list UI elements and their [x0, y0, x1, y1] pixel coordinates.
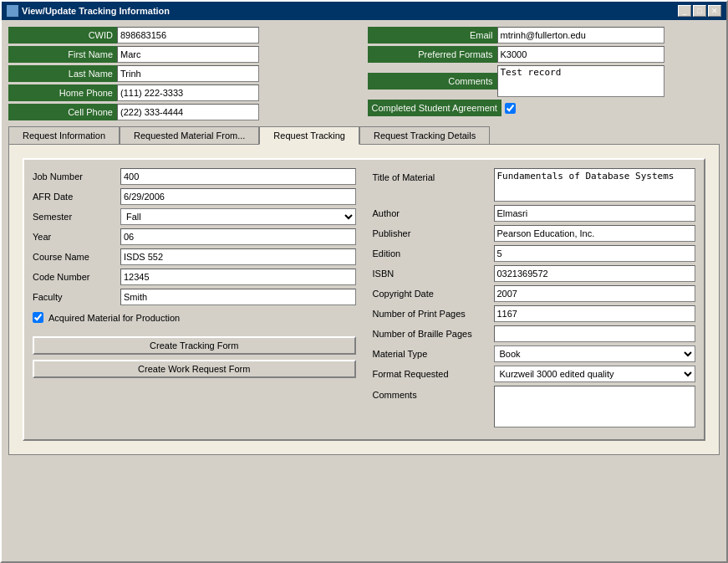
acquired-checkbox[interactable]: [33, 312, 43, 323]
print-pages-label: Number of Print Pages: [373, 305, 494, 322]
title-material-input[interactable]: Fundamentals of Database Systems: [494, 168, 696, 202]
isbn-input[interactable]: [494, 265, 696, 282]
comments-label: Comments: [368, 73, 497, 90]
minimize-button[interactable]: _: [678, 5, 691, 17]
edition-input[interactable]: [494, 245, 696, 262]
title-material-row: Title of Material Fundamentals of Databa…: [373, 168, 696, 202]
semester-label: Semester: [33, 208, 120, 225]
tab-request-tracking[interactable]: Request Tracking: [259, 126, 359, 145]
homephone-row: Home Phone: [8, 84, 361, 101]
author-label: Author: [373, 205, 494, 222]
course-name-label: Course Name: [33, 248, 120, 265]
inner-grid: Job Number AFR Date Semester Fall: [33, 168, 695, 431]
faculty-row: Faculty: [33, 289, 356, 305]
braille-pages-row: Number of Braille Pages: [373, 325, 696, 342]
faculty-input[interactable]: [120, 289, 356, 305]
copyright-date-row: Copyright Date: [373, 285, 696, 302]
year-input[interactable]: [120, 228, 356, 245]
maximize-button[interactable]: □: [693, 5, 706, 17]
inner-form-box: Job Number AFR Date Semester Fall: [23, 158, 705, 441]
email-label: Email: [368, 27, 497, 44]
homephone-label: Home Phone: [8, 84, 117, 101]
author-row: Author: [373, 205, 696, 222]
publisher-label: Publisher: [373, 225, 494, 242]
inner-comments-row: Comments: [373, 386, 696, 427]
format-requested-row: Format Requested Kurzweil 3000 edited qu…: [373, 366, 696, 382]
completed-row: Completed Student Agreement: [368, 100, 720, 116]
copyright-date-label: Copyright Date: [373, 285, 494, 302]
material-type-select[interactable]: Book Article Other: [494, 345, 696, 362]
acquired-row: Acquired Material for Production: [33, 312, 356, 323]
format-requested-label: Format Requested: [373, 366, 494, 382]
publisher-input[interactable]: [494, 225, 696, 242]
right-form-column: Title of Material Fundamentals of Databa…: [373, 168, 696, 431]
braille-pages-label: Number of Braille Pages: [373, 325, 494, 342]
main-window: View/Update Tracking Information _ □ ✕ C…: [0, 0, 728, 563]
create-work-request-button[interactable]: Create Work Request Form: [33, 360, 356, 378]
lastname-input[interactable]: [117, 65, 259, 82]
faculty-label: Faculty: [33, 289, 120, 305]
publisher-row: Publisher: [373, 225, 696, 242]
email-input[interactable]: [497, 27, 664, 44]
preferred-row: Preferred Formats: [368, 46, 720, 63]
tab-request-info[interactable]: Request Information: [8, 126, 120, 145]
braille-pages-input[interactable]: [494, 325, 696, 342]
completed-checkbox[interactable]: [505, 103, 516, 114]
cellphone-input[interactable]: [117, 104, 259, 120]
copyright-date-input[interactable]: [494, 285, 696, 302]
code-number-row: Code Number: [33, 269, 356, 285]
author-input[interactable]: [494, 205, 696, 222]
afr-date-input[interactable]: [120, 188, 356, 205]
comments-input[interactable]: Test record: [497, 65, 664, 97]
format-requested-select[interactable]: Kurzweil 3000 edited quality Braille Aud…: [494, 366, 696, 382]
cwid-label: CWID: [8, 27, 117, 44]
preferred-label: Preferred Formats: [368, 46, 497, 63]
title-bar: View/Update Tracking Information _ □ ✕: [2, 2, 726, 20]
title-bar-buttons: _ □ ✕: [678, 5, 721, 17]
window-content: CWID First Name Last Name Home Phone Cel…: [2, 20, 726, 462]
print-pages-input[interactable]: [494, 305, 696, 322]
job-number-label: Job Number: [33, 168, 120, 185]
preferred-input[interactable]: [497, 46, 664, 63]
buttons-column: Create Tracking Form Create Work Request…: [33, 336, 356, 378]
semester-select[interactable]: Fall Spring Summer: [120, 208, 356, 225]
semester-row: Semester Fall Spring Summer: [33, 208, 356, 225]
material-type-row: Material Type Book Article Other: [373, 345, 696, 362]
completed-label: Completed Student Agreement: [368, 100, 501, 116]
left-top-fields: CWID First Name Last Name Home Phone Cel…: [8, 27, 361, 120]
firstname-label: First Name: [8, 46, 117, 63]
title-bar-title: View/Update Tracking Information: [7, 5, 170, 17]
isbn-label: ISBN: [373, 265, 494, 282]
print-pages-row: Number of Print Pages: [373, 305, 696, 322]
job-number-input[interactable]: [120, 168, 356, 185]
job-number-row: Job Number: [33, 168, 356, 185]
cellphone-label: Cell Phone: [8, 104, 117, 120]
email-row: Email: [368, 27, 720, 44]
material-type-label: Material Type: [373, 345, 494, 362]
course-name-input[interactable]: [120, 248, 356, 265]
tab-content-request-tracking: Job Number AFR Date Semester Fall: [8, 144, 720, 455]
year-label: Year: [33, 228, 120, 245]
inner-comments-input[interactable]: [494, 386, 696, 427]
edition-row: Edition: [373, 245, 696, 262]
close-button[interactable]: ✕: [708, 5, 721, 17]
tabs-container: Request Information Requested Material F…: [8, 125, 720, 455]
window-title-text: View/Update Tracking Information: [22, 6, 170, 16]
cwid-input[interactable]: [117, 27, 259, 44]
afr-date-label: AFR Date: [33, 188, 120, 205]
homephone-input[interactable]: [117, 84, 259, 101]
acquired-label: Acquired Material for Production: [48, 313, 180, 323]
edition-label: Edition: [373, 245, 494, 262]
tabs-row: Request Information Requested Material F…: [8, 125, 720, 144]
left-form-column: Job Number AFR Date Semester Fall: [33, 168, 356, 431]
tab-tracking-details[interactable]: Request Tracking Details: [359, 126, 490, 145]
right-top-fields: Email Preferred Formats Comments Test re…: [368, 27, 720, 120]
tab-requested-material[interactable]: Requested Material From...: [120, 126, 259, 145]
lastname-label: Last Name: [8, 65, 117, 82]
firstname-row: First Name: [8, 46, 361, 63]
code-number-input[interactable]: [120, 269, 356, 285]
year-row: Year: [33, 228, 356, 245]
firstname-input[interactable]: [117, 46, 259, 63]
create-tracking-button[interactable]: Create Tracking Form: [33, 336, 356, 355]
cwid-row: CWID: [8, 27, 361, 44]
